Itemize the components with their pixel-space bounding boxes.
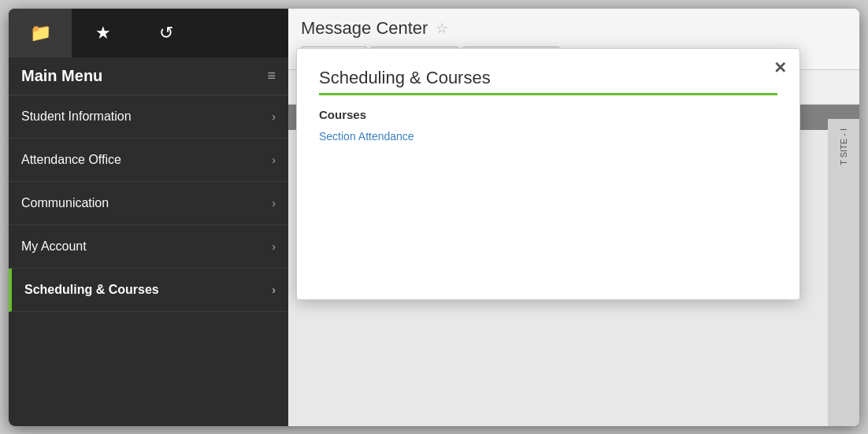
modal-section-label: Courses xyxy=(319,108,777,121)
chevron-right-icon: › xyxy=(272,154,276,166)
history-icon-btn[interactable]: ↺ xyxy=(135,9,198,57)
collapse-icon[interactable]: ≡ xyxy=(267,68,276,84)
sidebar-icon-bar: 📁 ★ ↺ xyxy=(9,9,288,57)
sidebar-item-label: Student Information xyxy=(21,109,132,124)
history-icon: ↺ xyxy=(159,23,173,43)
modal-close-button[interactable]: ✕ xyxy=(773,58,787,77)
sidebar-item-communication[interactable]: Communication › xyxy=(9,182,288,225)
star-icon-btn[interactable]: ★ xyxy=(72,9,135,57)
sidebar-item-attendance-office[interactable]: Attendance Office › xyxy=(9,139,288,182)
sidebar-item-label: Attendance Office xyxy=(21,153,121,167)
chevron-right-icon: › xyxy=(272,110,276,123)
sidebar-item-scheduling-courses[interactable]: Scheduling & Courses › xyxy=(9,269,288,312)
chevron-right-icon: › xyxy=(272,197,276,210)
folder-icon: 📁 xyxy=(30,23,51,43)
chevron-right-icon: › xyxy=(272,284,276,296)
sidebar-title: Main Menu xyxy=(21,67,102,85)
right-partial-text: T SITE - I xyxy=(839,128,848,165)
sidebar-header: Main Menu ≡ xyxy=(9,57,288,95)
sidebar-item-label: My Account xyxy=(21,239,87,254)
section-attendance-link[interactable]: Section Attendance xyxy=(319,130,414,143)
right-partial-panel: T SITE - I xyxy=(828,119,859,426)
main-content: Message Center ☆ All Items Process Alert… xyxy=(288,9,859,426)
star-icon: ★ xyxy=(95,23,111,43)
sidebar-item-label: Communication xyxy=(21,196,109,210)
modal-overlay: ✕ Scheduling & Courses Courses Section A… xyxy=(288,9,859,426)
modal-panel: ✕ Scheduling & Courses Courses Section A… xyxy=(296,48,800,300)
sidebar-item-label: Scheduling & Courses xyxy=(24,283,159,297)
sidebar-item-student-information[interactable]: Student Information › xyxy=(9,95,288,139)
chevron-right-icon: › xyxy=(272,240,276,253)
folder-icon-btn[interactable]: 📁 xyxy=(9,9,72,57)
sidebar-item-my-account[interactable]: My Account › xyxy=(9,225,288,269)
modal-divider xyxy=(319,93,777,95)
modal-title: Scheduling & Courses xyxy=(319,68,777,88)
sidebar-menu: Student Information › Attendance Office … xyxy=(9,95,288,426)
sidebar: 📁 ★ ↺ Main Menu ≡ Student Information › … xyxy=(9,9,288,426)
